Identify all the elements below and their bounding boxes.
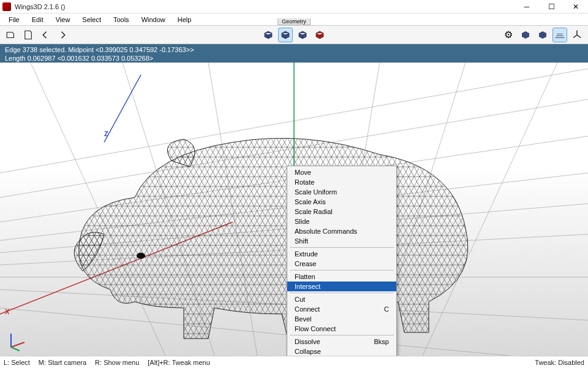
geometry-label: Geometry [277,18,311,25]
ctx-item-rotate[interactable]: Rotate [287,177,396,187]
ctx-item-scale-radial[interactable]: Scale Radial [287,207,396,217]
ctx-separator [290,293,394,293]
ctx-separator [290,247,394,248]
gear-icon: ⚙ [504,29,513,40]
ctx-item-collapse[interactable]: Collapse [287,347,396,356]
preferences-button[interactable]: ⚙ [501,28,516,42]
close-button[interactable]: ✕ [564,0,588,13]
hint-altr: [Alt]+R: Tweak menu [148,359,210,366]
hint-l: L: Select [4,359,30,366]
ctx-item-connect[interactable]: ConnectC [287,304,396,314]
menu-view[interactable]: View [51,15,75,25]
ctx-item-absolute-commands[interactable]: Absolute Commands [287,226,396,236]
menu-select[interactable]: Select [77,15,106,25]
undo-button[interactable] [38,28,53,42]
ctx-item-slide[interactable]: Slide [287,217,396,226]
ctx-item-flow-connect[interactable]: Flow Connect [287,324,396,334]
svg-line-20 [11,342,24,347]
ctx-item-scale-uniform[interactable]: Scale Uniform [287,187,396,197]
menu-tools[interactable]: Tools [108,15,134,25]
ctx-item-flatten[interactable]: Flatten [287,272,396,282]
axis-gizmo [6,330,28,352]
menu-help[interactable]: Help [173,15,197,25]
save-button[interactable] [21,28,36,42]
app-icon [2,2,11,11]
open-button[interactable] [4,28,18,42]
hint-r: R: Show menu [95,359,139,366]
context-menu: MoveRotateScale UniformScale AxisScale R… [287,166,397,356]
ctx-separator [290,335,394,335]
svg-line-22 [11,347,20,351]
ground-plane-button[interactable] [552,28,567,42]
menu-file[interactable]: File [4,15,24,25]
ctx-item-scale-axis[interactable]: Scale Axis [287,197,396,207]
body-mode-button[interactable] [312,28,327,42]
viewport-3d[interactable]: Z X MoveRotateScale UniformScale AxisSca… [0,63,588,356]
ctx-item-bevel[interactable]: Bevel [287,314,396,324]
axes-button[interactable] [570,28,584,42]
mesh-object[interactable] [61,118,490,351]
axis-x-label: X [5,308,9,315]
ctx-separator [290,270,394,270]
edge-mode-button[interactable] [278,28,293,42]
ctx-item-move[interactable]: Move [287,167,396,177]
ctx-item-shift[interactable]: Shift [287,236,396,246]
flat-shading-button[interactable] [518,28,533,42]
redo-button[interactable] [55,28,70,42]
ctx-item-crease[interactable]: Crease [287,259,396,269]
ctx-item-dissolve[interactable]: DissolveBksp [287,337,396,347]
svg-point-19 [137,253,145,259]
hint-m: M: Start camera [39,359,86,366]
selection-info-bar: Edge 3738 selected. Midpoint <0.399025 0… [0,44,588,63]
footer-hint-bar: L: Select M: Start camera R: Show menu [… [0,356,588,368]
ctx-item-cut[interactable]: Cut [287,294,396,304]
selection-line1: Edge 3738 selected. Midpoint <0.399025 0… [5,45,583,54]
tweak-status: Tweak: Disabled [535,359,584,366]
face-mode-button[interactable] [295,28,310,42]
maximize-button[interactable]: ☐ [539,0,564,13]
toolbar: ⚙ [0,26,588,44]
selection-line2: Length 0.062987 <0.001632 0.033573 0.053… [5,54,583,63]
ctx-item-intersect[interactable]: Intersect [287,282,396,291]
menu-edit[interactable]: Edit [27,15,48,25]
minimize-button[interactable]: ─ [514,0,539,13]
ctx-item-extrude[interactable]: Extrude [287,249,396,259]
vertex-mode-button[interactable] [261,28,276,42]
menu-window[interactable]: Window [137,15,170,25]
window-title: Wings3D 2.1.6 () [15,3,514,10]
window-titlebar: Wings3D 2.1.6 () ─ ☐ ✕ [0,0,588,13]
smooth-shading-button[interactable] [535,28,550,42]
